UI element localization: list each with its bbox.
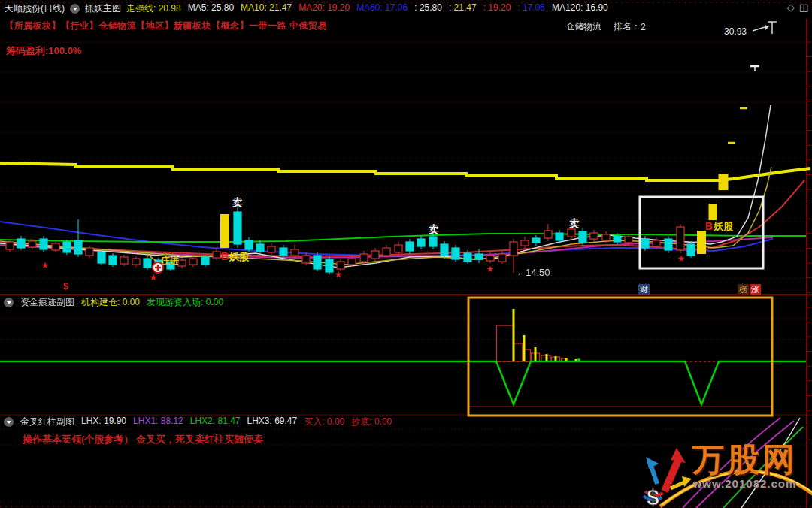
candle-body: [6, 242, 14, 249]
tab-finance[interactable]: 财: [638, 284, 650, 295]
star-marker: ★: [677, 253, 686, 264]
cross-panel-header: 金叉红柱副图 LHX: 19.90LHX1: 88.12LHX2: 81.47L…: [4, 416, 392, 428]
star-marker: ★: [335, 269, 343, 280]
indicator-value: : 21.47: [449, 2, 477, 15]
indicator-value: MA10: 21.47: [241, 2, 292, 15]
fund-panel-title[interactable]: 资金痕迹副图: [20, 296, 74, 309]
star-marker: ★: [150, 272, 158, 283]
candle-body: [653, 240, 660, 246]
signal-bar: [697, 231, 706, 254]
cross-panel-title[interactable]: 金叉红柱副图: [20, 416, 74, 428]
sell-marker-text: 卖: [428, 223, 439, 235]
site-url: www.201082.com: [693, 477, 797, 490]
candle-body: [486, 256, 494, 261]
sector-info[interactable]: 【所属板块】【行业】仓储物流【地区】新疆板块【概念】一带一路 中俄贸易: [5, 20, 327, 32]
operation-note: 操作基本要领(个股参考） 金叉买，死叉卖红柱买随便卖: [23, 433, 263, 446]
site-watermark: $ 万股网 www.201082.com: [639, 443, 812, 508]
candle-body: [371, 251, 379, 259]
indicator-value: : 25.80: [414, 2, 442, 15]
candle-body: [120, 257, 128, 264]
fund-red-bar: [514, 343, 523, 361]
indicator-value: LHX: 19.90: [81, 416, 126, 428]
fund-panel-values: 机构建仓: 0.00发现游资入场: 0.00: [81, 296, 223, 309]
candle-body: [132, 259, 140, 265]
svg-text:$: $: [647, 485, 659, 508]
chip-profit-label: 筹码盈利:100.0%: [5, 45, 82, 56]
fund-yellow-bar: [535, 347, 537, 361]
window-restore-icon[interactable]: ◫: [799, 2, 808, 13]
indicator-value: : 19.20: [483, 2, 511, 15]
candle-body: [178, 260, 186, 266]
candle-body: [74, 240, 82, 254]
candle-body: [337, 262, 344, 269]
star-marker: ★: [486, 264, 495, 274]
candle-body: [256, 244, 264, 252]
candle-body: [579, 231, 586, 243]
candle-body: [498, 254, 506, 262]
chevron-down-icon[interactable]: [70, 4, 80, 14]
indicator-value: 抄底: 0.00: [351, 416, 392, 428]
demon-stock-label: 妖股: [713, 221, 734, 232]
sell-marker-text: 卖: [568, 217, 580, 229]
candle-body: [189, 259, 197, 265]
high-price-arrow: [765, 25, 769, 30]
indicator-value: : 17.06: [517, 2, 545, 15]
candle-body: [52, 243, 59, 250]
main-indicator-name[interactable]: 抓妖主图: [85, 2, 121, 15]
candle-body: [291, 249, 298, 256]
candle-body: [245, 240, 253, 249]
candle-body: [556, 233, 563, 240]
candle-body: [625, 237, 632, 243]
chevron-down-icon[interactable]: [4, 417, 14, 427]
candle-body: [348, 259, 356, 265]
chart-canvas[interactable]: ★★★★★庄进筹码盈利:100.0%卖卖卖B妖股B妖股←14.50$30.93: [0, 0, 812, 508]
tab-ranking[interactable]: 榜: [738, 284, 749, 295]
high-price-label: 30.93: [724, 26, 747, 37]
chevron-down-icon[interactable]: [4, 298, 14, 307]
candle-body: [677, 227, 684, 250]
fund-yellow-bar: [513, 309, 515, 361]
indicator-value: MA120: 16.90: [552, 2, 608, 15]
candle-body: [665, 239, 672, 250]
cross-panel-values: LHX: 19.90LHX1: 88.12LHX2: 81.47LHX3: 69…: [81, 416, 392, 428]
diamond-icon[interactable]: ◇: [787, 2, 795, 13]
candle-body: [17, 239, 25, 248]
indicator-value: MA60: 17.06: [356, 2, 408, 15]
sell-marker-text: 卖: [232, 196, 243, 208]
indicator-value: 买入: 0.00: [304, 416, 344, 428]
candle-body: [144, 259, 151, 268]
candle-body: [213, 252, 220, 258]
candle-body: [29, 241, 36, 247]
tab-rise[interactable]: 涨: [750, 284, 761, 295]
candle-body: [544, 231, 552, 238]
indicator-value: 机构建仓: 0.00: [81, 296, 140, 309]
industry-label[interactable]: 仓储物流: [565, 20, 601, 33]
candle-body: [234, 212, 241, 244]
indicator-value: MA20: 19.20: [298, 2, 350, 15]
dealer-entry-label: 庄进: [160, 256, 179, 266]
candle-body: [63, 242, 71, 252]
candle-body: [98, 252, 105, 263]
candle-body: [280, 248, 287, 256]
indicator-value: MA5: 25.80: [188, 2, 234, 15]
rank-label: 排名： 2: [614, 20, 646, 33]
indicator-value: LHX3: 69.47: [247, 416, 297, 428]
candle-body: [441, 244, 448, 256]
b-signal-text: B: [705, 220, 713, 232]
candle-body: [429, 237, 437, 246]
candle-body: [452, 248, 459, 259]
star-marker: ★: [41, 260, 50, 271]
fund-baseline: [0, 361, 806, 404]
indicator-value: 走强线: 20.98: [126, 2, 181, 15]
fund-yellow-bar: [546, 354, 548, 361]
titlebar-icons: ◇ ◫: [787, 2, 808, 13]
candle-body: [568, 229, 575, 237]
candle-body: [532, 238, 540, 243]
candle-body: [40, 239, 47, 249]
candle-body: [602, 234, 610, 240]
candle-body: [201, 257, 209, 265]
signal-bar: [709, 204, 717, 220]
trading-app-window: ★★★★★庄进筹码盈利:100.0%卖卖卖B妖股B妖股←14.50$30.93 …: [0, 0, 812, 508]
candle-body: [109, 256, 117, 265]
candle-body: [521, 240, 529, 246]
